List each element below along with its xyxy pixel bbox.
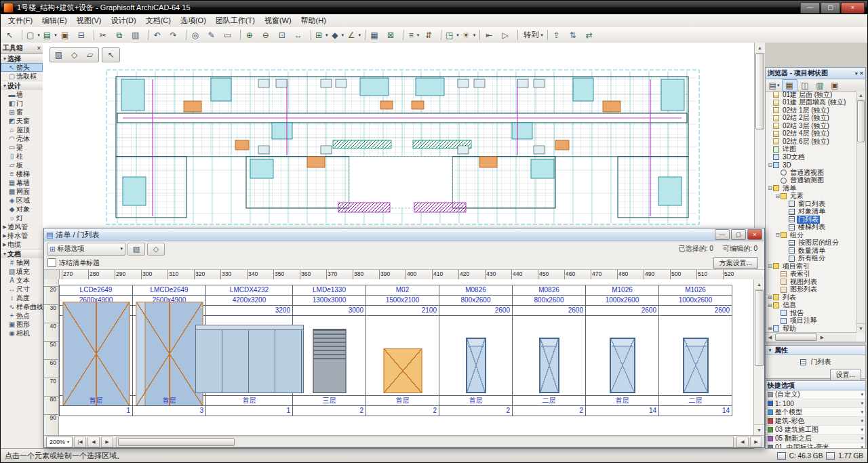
save-icon[interactable]: ▣ xyxy=(59,28,75,41)
grid-snap-icon[interactable]: ⊞▾ xyxy=(314,28,330,41)
page-next-icon[interactable]: ▶ xyxy=(101,437,113,447)
lock-elements-icon[interactable]: ⊠ xyxy=(384,28,400,41)
zoom-level-control[interactable]: 200% ▾ xyxy=(46,437,73,447)
undo-icon[interactable]: ↶ xyxy=(151,28,167,41)
toolbox-item[interactable]: ▬ 墙 xyxy=(1,90,43,99)
trace-reference-icon[interactable]: ◇ xyxy=(66,49,82,61)
tree-item[interactable]: 窗口列表 xyxy=(766,200,856,208)
quick-option-row[interactable]: 建筑-彩色 ▾ xyxy=(766,417,865,426)
quick-options-header[interactable]: 快捷选项 xyxy=(766,381,865,390)
zoom-in-icon[interactable]: ⊕ xyxy=(243,28,259,41)
open-file-icon[interactable]: ▤▾ xyxy=(42,28,58,41)
chevron-down-icon[interactable]: ▾ xyxy=(861,418,863,424)
quick-option-row[interactable]: 1: 100 ▾ xyxy=(766,399,865,408)
schedule-minimize-button[interactable]: — xyxy=(715,229,730,240)
tree-item[interactable]: 对象清单 xyxy=(766,208,856,216)
menu-item[interactable]: 编辑(E) xyxy=(37,14,72,27)
tree-item[interactable]: ⊟ 组分 xyxy=(766,231,856,239)
scroll-up-icon[interactable]: ▲ xyxy=(755,43,765,54)
toolbox-item[interactable]: + 热点 xyxy=(1,311,43,320)
schedule-content[interactable]: LCDe2649 2600x4900 首层 1 LMCDe2649 2600x4… xyxy=(44,279,764,435)
navigator-close-icon[interactable]: × xyxy=(860,70,863,77)
toolbox-item[interactable]: ▢ 选取框 xyxy=(1,72,43,81)
toolbar-item[interactable] xyxy=(92,28,96,41)
chevron-down-icon[interactable]: ▾ xyxy=(861,409,863,415)
toolbox-item[interactable]: ▼ 设计 xyxy=(1,81,43,90)
toolbox-item[interactable]: ↖ 箭头 xyxy=(1,63,43,72)
tree-item[interactable]: 02结 2层 (独立) xyxy=(766,115,856,123)
scheme-settings-button[interactable]: 方案设置... xyxy=(713,257,758,269)
toolbar-item[interactable] xyxy=(238,28,243,41)
tree-item[interactable]: 普通透视图 xyxy=(766,169,856,177)
tree-item[interactable]: 普通轴测图 xyxy=(766,177,856,185)
zoom-out-icon[interactable]: ⊖ xyxy=(260,28,275,41)
toolbar-item[interactable] xyxy=(545,28,550,41)
schedule-column[interactable]: M1026 1000x2600 2600 首层 14 xyxy=(586,285,659,416)
schedule-horizontal-scrollbar[interactable] xyxy=(116,437,734,447)
tree-expander-icon[interactable]: ⊟ xyxy=(767,263,773,269)
schedule-vertical-scrollbar[interactable]: ▲ ▼ xyxy=(753,279,764,435)
tree-item[interactable]: ⊞ 列表 xyxy=(766,294,856,302)
copy-icon[interactable]: ⧉ xyxy=(113,28,129,41)
toolbar-item[interactable] xyxy=(309,28,313,41)
toolbar-item[interactable] xyxy=(363,28,368,41)
toolbox-item[interactable]: ↔ 尺寸 xyxy=(1,285,43,294)
tree-item[interactable]: 视图列表 xyxy=(766,278,856,286)
menu-item[interactable]: 文档(C) xyxy=(141,14,176,27)
tree-item[interactable]: 按图层的组分 xyxy=(766,239,856,247)
chevron-down-icon[interactable]: ▾ xyxy=(861,427,863,432)
tree-item[interactable]: 02结 6层 (独立) xyxy=(766,138,856,146)
tree-expander-icon[interactable]: ⊟ xyxy=(774,193,781,199)
tree-expander-icon[interactable]: ⊞ xyxy=(767,294,773,300)
navigator-menu-icon[interactable]: ▾ xyxy=(855,71,858,77)
tree-item[interactable]: 所有组分 xyxy=(766,255,856,263)
scroll-down-icon[interactable]: ▼ xyxy=(856,323,865,333)
freeze-header-checkbox[interactable] xyxy=(47,258,56,267)
eraser-icon[interactable]: ▭ xyxy=(222,28,237,41)
scroll-left-icon[interactable]: ◀ xyxy=(736,437,749,447)
toolbox-item[interactable]: ◈ 区域 xyxy=(1,196,43,205)
minimize-button[interactable]: — xyxy=(800,2,820,14)
schedule-column[interactable]: M02 1500x2100 2100 首层 2 xyxy=(366,285,439,416)
tree-item[interactable]: 楼梯列表 xyxy=(766,224,856,232)
menu-item[interactable]: 团队工作(T) xyxy=(211,14,260,27)
send-changes-icon[interactable]: ⇅ xyxy=(567,28,583,41)
page-first-icon[interactable]: |◀ xyxy=(74,437,86,447)
toolbox-item[interactable]: A 文本 xyxy=(1,276,43,285)
chevron-down-icon[interactable]: ▾ xyxy=(861,436,863,441)
tree-expander-icon[interactable]: ⊟ xyxy=(767,302,773,308)
toolbox-item[interactable]: ◉ 相机 xyxy=(1,329,43,338)
scroll-right-icon[interactable]: ▶ xyxy=(750,437,762,447)
receive-changes-icon[interactable]: ⇄ xyxy=(583,28,599,41)
scrollbar-thumb[interactable] xyxy=(857,100,865,142)
virtual-trace-icon[interactable]: ▱ xyxy=(82,49,98,61)
toolbox-item[interactable]: ▼ 文档 xyxy=(1,249,43,258)
tree-item[interactable]: 项目注释 xyxy=(766,317,856,325)
pen-set-icon[interactable]: ✎ xyxy=(205,28,221,41)
schedule-close-button[interactable]: × xyxy=(747,229,762,240)
toolbox-item[interactable]: ▯ 柱 xyxy=(1,152,43,161)
tree-expander-icon[interactable]: ⊟ xyxy=(774,232,781,238)
schedule-column[interactable]: LCDe2649 2600x4900 首层 1 xyxy=(60,285,133,416)
toolbox-item[interactable]: ▶ 通风管 xyxy=(1,222,43,231)
page-prev-icon[interactable]: ◀ xyxy=(87,437,100,447)
tree-expander-icon[interactable]: ⊟ xyxy=(767,162,773,168)
toolbox-item[interactable]: ▭ 梁 xyxy=(1,143,43,152)
scrollbar-thumb[interactable] xyxy=(118,438,235,446)
publish-icon[interactable]: ⇪ xyxy=(551,28,566,41)
suspend-groups-icon[interactable]: ▦ xyxy=(368,28,384,41)
find-select-icon[interactable]: ◎ xyxy=(189,28,205,41)
tree-item[interactable]: ⊟ 清单 xyxy=(766,184,856,193)
layers-icon[interactable]: ≡▾ xyxy=(406,28,422,41)
toolbox-item[interactable]: ☼ 灯 xyxy=(1,214,43,222)
tree-item[interactable]: 图形列表 xyxy=(766,286,856,294)
tree-item[interactable]: ⊟ 信息 xyxy=(766,302,856,310)
toolbar-item[interactable] xyxy=(477,28,482,41)
3d-view-icon[interactable]: ◳▾ xyxy=(444,28,460,41)
toolbox-item[interactable]: ◩ 天窗 xyxy=(1,117,43,125)
toolbox-item[interactable]: ▶ 电缆 xyxy=(1,240,43,249)
scroll-down-icon[interactable]: ▼ xyxy=(754,424,764,435)
tree-item[interactable]: 报告 xyxy=(766,309,856,317)
tree-item[interactable]: 02结 1层 (独立) xyxy=(766,106,856,115)
goto-button[interactable]: 转到▾ xyxy=(521,28,545,41)
